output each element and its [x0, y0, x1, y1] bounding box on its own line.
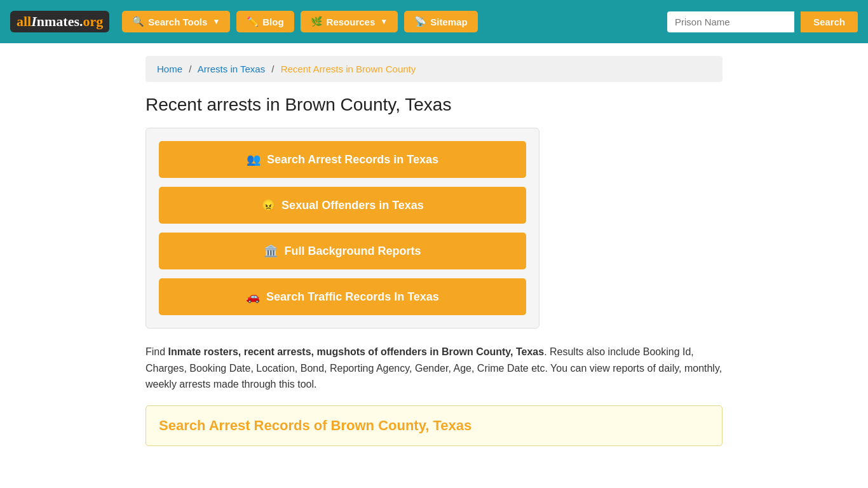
- breadcrumb: Home / Arrests in Texas / Recent Arrests…: [146, 56, 722, 82]
- action-buttons-box: 👥 Search Arrest Records in Texas 😠 Sexua…: [146, 128, 539, 329]
- background-reports-button[interactable]: 🏛️ Full Background Reports: [159, 233, 526, 269]
- search-tools-label: Search Tools: [148, 17, 207, 27]
- search-arrest-section: Search Arrest Records of Brown County, T…: [146, 405, 722, 446]
- page-description: Find Inmate rosters, recent arrests, mug…: [146, 344, 722, 393]
- resources-icon: 🌿: [311, 16, 323, 27]
- background-reports-icon: 🏛️: [264, 244, 278, 258]
- breadcrumb-current: Recent Arrests in Brown County: [281, 64, 416, 74]
- page-title: Recent arrests in Brown County, Texas: [146, 95, 722, 115]
- search-tools-icon: 🔍: [132, 16, 144, 27]
- chevron-down-icon: ▼: [212, 17, 220, 26]
- breadcrumb-arrests-texas[interactable]: Arrests in Texas: [198, 64, 265, 74]
- blog-button[interactable]: ✏️ Blog: [236, 11, 294, 32]
- site-header: allInmates.org 🔍 Search Tools ▼ ✏️ Blog …: [0, 0, 868, 43]
- search-tools-button[interactable]: 🔍 Search Tools ▼: [122, 11, 230, 32]
- prison-search-input[interactable]: [667, 11, 794, 32]
- sexual-offenders-label: Sexual Offenders in Texas: [281, 199, 424, 212]
- search-arrest-records-button[interactable]: 👥 Search Arrest Records in Texas: [159, 141, 526, 178]
- breadcrumb-sep-1: /: [189, 64, 191, 74]
- sexual-offenders-icon: 😠: [261, 198, 275, 212]
- header-search-label: Search: [813, 17, 845, 27]
- resources-label: Resources: [327, 17, 376, 27]
- resources-button[interactable]: 🌿 Resources ▼: [301, 11, 398, 32]
- header-search-button[interactable]: Search: [801, 11, 858, 32]
- chevron-down-icon-resources: ▼: [380, 17, 388, 26]
- main-content: Home / Arrests in Texas / Recent Arrests…: [135, 43, 733, 459]
- traffic-records-label: Search Traffic Records In Texas: [266, 290, 439, 304]
- breadcrumb-home[interactable]: Home: [157, 64, 182, 74]
- sitemap-button[interactable]: 📡 Sitemap: [404, 11, 477, 32]
- search-arrest-label: Search Arrest Records in Texas: [267, 153, 438, 166]
- logo[interactable]: allInmates.org: [10, 11, 109, 32]
- description-prefix: Find: [146, 346, 168, 357]
- breadcrumb-sep-2: /: [271, 64, 274, 74]
- sexual-offenders-button[interactable]: 😠 Sexual Offenders in Texas: [159, 187, 526, 224]
- blog-label: Blog: [262, 17, 283, 27]
- background-reports-label: Full Background Reports: [284, 245, 421, 258]
- search-arrest-icon: 👥: [247, 152, 261, 166]
- traffic-records-button[interactable]: 🚗 Search Traffic Records In Texas: [159, 278, 526, 315]
- traffic-records-icon: 🚗: [246, 290, 260, 304]
- sitemap-label: Sitemap: [430, 17, 467, 27]
- description-bold: Inmate rosters, recent arrests, mugshots…: [168, 346, 545, 357]
- logo-text: allInmates.org: [17, 13, 103, 30]
- search-section-title: Search Arrest Records of Brown County, T…: [159, 417, 709, 434]
- blog-icon: ✏️: [247, 16, 259, 27]
- sitemap-icon: 📡: [414, 16, 426, 27]
